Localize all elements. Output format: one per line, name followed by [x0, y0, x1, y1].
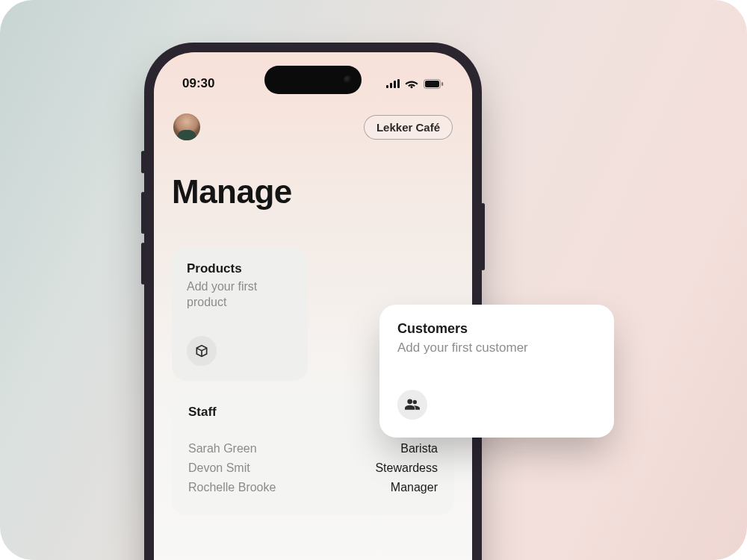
svg-rect-1: [425, 81, 439, 87]
header-row: Lekker Café: [172, 112, 454, 142]
staff-row: Devon Smit Stewardess: [188, 458, 438, 478]
staff-name: Sarah Green: [188, 442, 257, 455]
staff-role: Manager: [391, 481, 438, 494]
customers-card[interactable]: Customers Add your first customer: [379, 305, 614, 438]
location-pill[interactable]: Lekker Café: [364, 115, 453, 140]
cellular-icon: [386, 79, 400, 88]
app-canvas: 09:30 Lekker Café: [0, 0, 747, 560]
staff-role: Barista: [400, 442, 438, 455]
customers-card-subtitle: Add your first customer: [397, 340, 596, 356]
customers-card-title: Customers: [397, 321, 596, 337]
people-icon: [405, 399, 420, 411]
customers-card-icon-wrap: [397, 390, 427, 420]
products-card[interactable]: Products Add your first product: [172, 248, 308, 381]
package-icon: [194, 343, 209, 358]
phone-frame: 09:30 Lekker Café: [144, 43, 482, 560]
staff-row: Sarah Green Barista: [188, 439, 438, 458]
staff-name: Devon Smit: [188, 461, 250, 475]
phone-volume-down: [141, 243, 145, 284]
battery-icon: [424, 79, 444, 89]
phone-volume-up: [141, 192, 145, 234]
staff-row: Rochelle Brooke Manager: [188, 478, 438, 497]
phone-power-button: [481, 203, 485, 270]
products-card-icon-wrap: [187, 336, 217, 366]
page-title: Manage: [172, 173, 454, 211]
dynamic-island: [264, 66, 362, 94]
staff-name: Rochelle Brooke: [188, 481, 276, 494]
location-label: Lekker Café: [376, 121, 440, 134]
status-indicators: [386, 79, 444, 89]
staff-role: Stewardess: [375, 461, 438, 475]
products-card-title: Products: [187, 261, 293, 276]
phone-mute-switch: [141, 151, 145, 173]
avatar[interactable]: [173, 113, 200, 140]
status-time: 09:30: [182, 76, 214, 91]
svg-rect-2: [441, 82, 443, 86]
products-card-subtitle: Add your first product: [187, 279, 293, 311]
wifi-icon: [405, 79, 418, 89]
